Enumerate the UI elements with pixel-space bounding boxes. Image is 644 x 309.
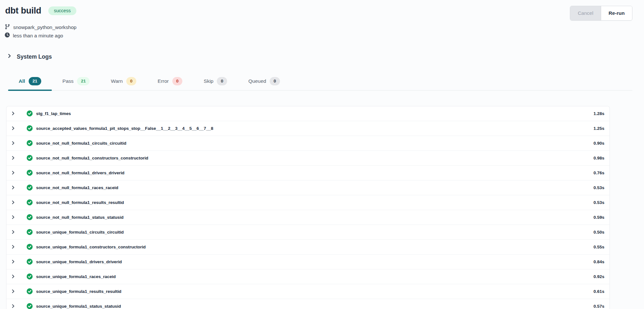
result-filter-tabs: All 21 Pass 21 Warn 0 Error 0 Skip 0 Que… [8, 74, 632, 91]
tab-label: All [19, 78, 25, 84]
expand-chevron-icon[interactable] [11, 244, 15, 249]
expand-chevron-icon[interactable] [11, 200, 15, 205]
result-duration: 0.53s [593, 200, 604, 205]
run-meta: snowpark_python_workshop less than a min… [0, 24, 644, 39]
result-row[interactable]: source_unique_formula1_drivers_driverid … [6, 255, 610, 269]
status-badge: success [48, 6, 76, 15]
page-title: dbt build [5, 6, 41, 16]
result-row[interactable]: source_not_null_formula1_races_raceid 0.… [6, 180, 610, 195]
result-duration: 0.84s [593, 259, 604, 264]
result-name: source_unique_formula1_drivers_driverid [36, 259, 593, 264]
expand-chevron-icon[interactable] [11, 170, 15, 175]
time-row: less than a minute ago [5, 32, 644, 39]
result-name: source_unique_formula1_constructors_cons… [36, 245, 593, 249]
result-duration: 0.61s [593, 289, 604, 294]
check-circle-icon [26, 258, 33, 265]
expand-chevron-icon[interactable] [11, 215, 15, 220]
result-row[interactable]: source_unique_formula1_circuits_circuiti… [6, 225, 610, 240]
result-row[interactable]: source_unique_formula1_status_statusid 0… [6, 299, 610, 309]
tab-count-badge: 21 [77, 77, 90, 85]
result-duration: 0.92s [593, 274, 604, 279]
check-circle-icon [26, 125, 33, 131]
system-logs-toggle[interactable]: System Logs [7, 53, 644, 60]
title-group: dbt build success [5, 6, 76, 16]
tab-count-badge: 0 [126, 77, 137, 85]
expand-chevron-icon[interactable] [11, 155, 15, 160]
check-circle-icon [26, 184, 33, 191]
expand-chevron-icon[interactable] [11, 140, 15, 146]
expand-chevron-icon[interactable] [11, 274, 15, 279]
result-row[interactable]: source_not_null_formula1_status_statusid… [6, 210, 610, 225]
tab-count-badge: 21 [29, 77, 41, 85]
check-circle-icon [26, 169, 33, 176]
time-ago-text: less than a minute ago [13, 33, 63, 39]
tab-item[interactable]: Skip 0 [193, 74, 238, 90]
results-list: stg_f1_lap_times 1.28s source_accepted_v… [6, 106, 610, 309]
result-name: source_unique_formula1_results_resultid [36, 289, 593, 294]
system-logs-label: System Logs [17, 53, 52, 60]
result-row[interactable]: source_unique_formula1_results_resultid … [6, 284, 610, 299]
tab-item[interactable]: Warn 0 [100, 74, 147, 90]
tab-label: Queued [248, 78, 266, 84]
result-name: source_not_null_formula1_constructors_co… [36, 156, 593, 160]
result-name: stg_f1_lap_times [36, 111, 593, 116]
expand-chevron-icon[interactable] [11, 185, 15, 190]
result-duration: 0.76s [593, 170, 604, 175]
rerun-button[interactable]: Re-run [601, 6, 632, 20]
check-circle-icon [26, 303, 33, 309]
check-circle-icon [26, 273, 33, 280]
branch-row: snowpark_python_workshop [5, 24, 644, 31]
result-name: source_unique_formula1_status_statusid [36, 304, 593, 309]
check-circle-icon [26, 229, 33, 235]
tab-count-badge: 0 [217, 77, 227, 85]
result-row[interactable]: source_not_null_formula1_drivers_driveri… [6, 166, 610, 180]
git-branch-icon [5, 24, 10, 31]
cancel-button[interactable]: Cancel [570, 6, 601, 20]
result-row[interactable]: source_unique_formula1_constructors_cons… [6, 240, 610, 255]
result-name: source_not_null_formula1_circuits_circui… [36, 141, 593, 146]
branch-name: snowpark_python_workshop [13, 24, 76, 30]
result-duration: 0.50s [593, 230, 604, 235]
tab-label: Pass [62, 78, 73, 84]
expand-chevron-icon[interactable] [11, 259, 15, 264]
result-row[interactable]: source_accepted_values_formula1_pit_stop… [6, 121, 610, 136]
result-duration: 1.25s [593, 126, 604, 131]
expand-chevron-icon[interactable] [11, 304, 15, 309]
tab-item[interactable]: Pass 21 [52, 74, 101, 90]
result-row[interactable]: source_not_null_formula1_constructors_co… [6, 151, 610, 166]
check-circle-icon [26, 155, 33, 161]
tab-item[interactable]: Queued 0 [238, 74, 291, 90]
result-row[interactable]: stg_f1_lap_times 1.28s [6, 106, 610, 121]
expand-chevron-icon[interactable] [11, 229, 15, 235]
tab-label: Warn [111, 78, 122, 84]
check-circle-icon [26, 199, 33, 206]
tab-item[interactable]: Error 0 [147, 74, 193, 90]
result-name: source_not_null_formula1_drivers_driveri… [36, 170, 593, 175]
result-name: source_accepted_values_formula1_pit_stop… [36, 126, 593, 131]
chevron-right-icon [7, 53, 12, 60]
expand-chevron-icon[interactable] [11, 111, 15, 116]
result-name: source_not_null_formula1_status_statusid [36, 215, 593, 220]
check-circle-icon [26, 288, 33, 295]
result-name: source_unique_formula1_circuits_circuiti… [36, 230, 593, 235]
tab-item[interactable]: All 21 [8, 74, 52, 90]
check-circle-icon [26, 140, 33, 146]
check-circle-icon [26, 244, 33, 250]
run-header: dbt build success Cancel Re-run [0, 0, 644, 21]
result-duration: 0.53s [593, 185, 604, 190]
result-row[interactable]: source_not_null_formula1_results_resulti… [6, 195, 610, 210]
result-name: source_unique_formula1_races_raceid [36, 274, 593, 279]
clock-icon [5, 32, 10, 39]
result-duration: 0.90s [593, 141, 604, 146]
result-duration: 1.28s [593, 111, 604, 116]
result-duration: 0.57s [593, 304, 604, 309]
result-row[interactable]: source_unique_formula1_races_raceid 0.92… [6, 269, 610, 284]
tab-label: Error [158, 78, 168, 84]
result-duration: 0.55s [593, 245, 604, 249]
result-row[interactable]: source_not_null_formula1_circuits_circui… [6, 136, 610, 151]
expand-chevron-icon[interactable] [11, 126, 15, 131]
expand-chevron-icon[interactable] [11, 289, 15, 294]
tab-label: Skip [204, 78, 213, 84]
run-actions: Cancel Re-run [570, 6, 632, 21]
result-name: source_not_null_formula1_results_resulti… [36, 200, 593, 205]
